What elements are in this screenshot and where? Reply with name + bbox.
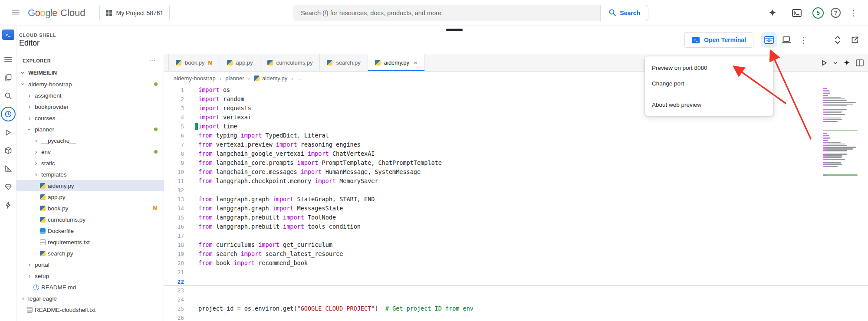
code-line-18[interactable]: 18from curriculums import get_curriculum bbox=[164, 240, 868, 249]
chevron-right-icon: › bbox=[26, 262, 33, 268]
run-options-chevron[interactable] bbox=[833, 61, 838, 65]
expand-collapse-button[interactable] bbox=[830, 32, 845, 48]
split-editor-icon[interactable] bbox=[856, 59, 864, 66]
code-line-16[interactable]: 16from langgraph.prebuilt import tools_c… bbox=[164, 222, 868, 231]
code-line-19[interactable]: 19from search import search_latest_resou… bbox=[164, 249, 868, 259]
web-preview-button[interactable] bbox=[761, 32, 777, 48]
header-actions: 5 ? ⋮ bbox=[764, 4, 861, 22]
tools-icon[interactable] bbox=[1, 160, 16, 178]
code-line-25[interactable]: 25project_id = os.environ.get("GOOGLE_CL… bbox=[164, 304, 868, 313]
tree-folder-env[interactable]: ›env bbox=[16, 146, 164, 157]
code-line-24[interactable]: 24 bbox=[164, 295, 868, 304]
code-editor[interactable]: 1import os2import random3import requests… bbox=[164, 85, 868, 321]
tab-label: search.py bbox=[336, 59, 360, 66]
code-line-23[interactable]: 23 bbox=[164, 286, 868, 295]
tree-folder-aidemy-boostrap[interactable]: ›aidemy-boostrap bbox=[16, 79, 164, 90]
code-line-9[interactable]: 9from langchain_core.prompts import Prom… bbox=[164, 158, 868, 167]
code-line-6[interactable]: 6from typing import TypedDict, Literal bbox=[164, 131, 868, 140]
tab-book.py[interactable]: book.pyM bbox=[168, 54, 220, 71]
resize-handle[interactable] bbox=[446, 29, 463, 31]
tree-folder-setup[interactable]: ›setup bbox=[16, 270, 164, 282]
gemini-code-assist-icon[interactable] bbox=[843, 59, 850, 66]
tree-folder-__pycache__[interactable]: ›__pycache__ bbox=[16, 135, 164, 146]
tree-folder-courses[interactable]: ›courses bbox=[16, 112, 164, 124]
explorer-more-button[interactable]: ⋯ bbox=[149, 57, 156, 65]
tree-file-book.py[interactable]: book.pyM bbox=[16, 203, 164, 214]
code-line-22[interactable]: 22 bbox=[164, 277, 868, 286]
tree-file-README-cloudshell.txt[interactable]: README-cloudshell.txt bbox=[16, 304, 164, 315]
minimap-line bbox=[823, 144, 845, 144]
menu-item-change-port[interactable]: Change port bbox=[645, 75, 773, 91]
code-line-14[interactable]: 14from langgraph.graph import MessagesSt… bbox=[164, 204, 868, 213]
search-button[interactable]: Search bbox=[600, 5, 648, 21]
search-input[interactable] bbox=[293, 5, 600, 21]
code-line-20[interactable]: 20from book import recommend_book bbox=[164, 259, 868, 268]
breadcrumb-item[interactable]: ... bbox=[297, 75, 302, 82]
tree-folder-planner[interactable]: ›planner bbox=[16, 124, 164, 135]
code-line-11[interactable]: 11from langgraph.checkpoint.memory impor… bbox=[164, 177, 868, 186]
tree-folder-assigment[interactable]: ›assigment bbox=[16, 90, 164, 101]
run-button[interactable] bbox=[821, 59, 828, 66]
files-icon[interactable] bbox=[1, 69, 16, 87]
tree-file-search.py[interactable]: search.py bbox=[16, 248, 164, 259]
project-selector[interactable]: My Project 58761 bbox=[99, 5, 170, 21]
main-menu-button[interactable] bbox=[7, 4, 24, 22]
cloud-shell-editor-app: Google Cloud My Project 58761 Search 5 ?… bbox=[0, 0, 868, 321]
help-button[interactable]: ? bbox=[831, 8, 841, 18]
gemini-button[interactable] bbox=[764, 4, 781, 22]
minimap-line bbox=[823, 92, 830, 92]
web-preview-menu: Preview on port 8080Change portAbout web… bbox=[645, 56, 773, 116]
tree-file-aidemy.py[interactable]: aidemy.py bbox=[16, 180, 164, 191]
tab-search.py[interactable]: search.py bbox=[320, 54, 368, 71]
tree-folder-static[interactable]: ›static bbox=[16, 157, 164, 169]
code-line-10[interactable]: 10from langchain_core.messages import Hu… bbox=[164, 167, 868, 177]
activate-cloud-shell-button[interactable] bbox=[788, 4, 806, 22]
breadcrumb-item[interactable]: aidemy-boostrap bbox=[174, 75, 216, 82]
tree-folder-legal-eagle[interactable]: ›legal-eagle bbox=[16, 293, 164, 304]
breadcrumb-item[interactable]: aidemy.py bbox=[254, 75, 287, 82]
hamburger-icon bbox=[12, 8, 20, 17]
tree-file-curriculums.py[interactable]: curriculums.py bbox=[16, 214, 164, 225]
minimap[interactable] bbox=[823, 88, 861, 177]
open-in-new-window-button[interactable] bbox=[847, 32, 863, 48]
code-line-21[interactable]: 21 bbox=[164, 268, 868, 277]
code-line-7[interactable]: 7from vertexai.preview import reasoning_… bbox=[164, 140, 868, 149]
tab-aidemy.py[interactable]: aidemy.py× bbox=[368, 54, 425, 71]
code-line-17[interactable]: 17 bbox=[164, 231, 868, 240]
bolt-icon[interactable] bbox=[1, 196, 16, 214]
code-line-8[interactable]: 8from langchain_google_vertexai import C… bbox=[164, 149, 868, 158]
code-line-5[interactable]: 5import time bbox=[164, 122, 868, 131]
code-line-13[interactable]: 13from langgraph.graph import StateGraph… bbox=[164, 195, 868, 204]
code-line-12[interactable]: 12 bbox=[164, 186, 868, 195]
workspace-root[interactable]: › WEIMEILIN bbox=[16, 67, 164, 79]
gem-icon[interactable] bbox=[1, 178, 16, 196]
tree-folder-templates[interactable]: ›templates bbox=[16, 169, 164, 180]
free-trial-credits-badge[interactable]: 5 bbox=[812, 7, 824, 19]
close-icon[interactable]: × bbox=[414, 59, 418, 66]
tree-file-requirements.txt[interactable]: requirements.txt bbox=[16, 236, 164, 248]
search-icon[interactable] bbox=[1, 87, 16, 105]
shell-more-button[interactable]: ⋮ bbox=[796, 32, 812, 48]
menu-icon[interactable] bbox=[1, 50, 16, 69]
menu-item-about-web-preview[interactable]: About web preview bbox=[645, 97, 773, 112]
run-icon[interactable] bbox=[1, 123, 16, 141]
tree-folder-portal[interactable]: ›portal bbox=[16, 259, 164, 270]
devices-button[interactable] bbox=[779, 32, 794, 48]
tree-file-Dockerfile[interactable]: Dockerfile bbox=[16, 225, 164, 236]
tab-app.py[interactable]: app.py bbox=[220, 54, 260, 71]
tree-file-app.py[interactable]: app.py bbox=[16, 191, 164, 203]
python-icon bbox=[176, 60, 181, 66]
code-line-26[interactable]: 26 bbox=[164, 313, 868, 321]
tree-folder-bookprovider[interactable]: ›bookprovider bbox=[16, 101, 164, 112]
package-icon[interactable] bbox=[1, 141, 16, 160]
tree-file-README.md[interactable]: iREADME.md bbox=[16, 282, 164, 293]
menu-item-preview-on-port-8080[interactable]: Preview on port 8080 bbox=[645, 60, 773, 75]
item-label: app.py bbox=[48, 194, 66, 200]
open-terminal-button[interactable]: >_ Open Terminal bbox=[684, 32, 753, 48]
breadcrumb-item[interactable]: planner bbox=[225, 75, 244, 82]
header-more-button[interactable]: ⋮ bbox=[848, 8, 859, 18]
tab-curriculums.py[interactable]: curriculums.py bbox=[260, 54, 320, 71]
history-icon[interactable] bbox=[1, 105, 16, 123]
code-line-15[interactable]: 15from langgraph.prebuilt import ToolNod… bbox=[164, 213, 868, 222]
minimap-line bbox=[823, 133, 827, 134]
